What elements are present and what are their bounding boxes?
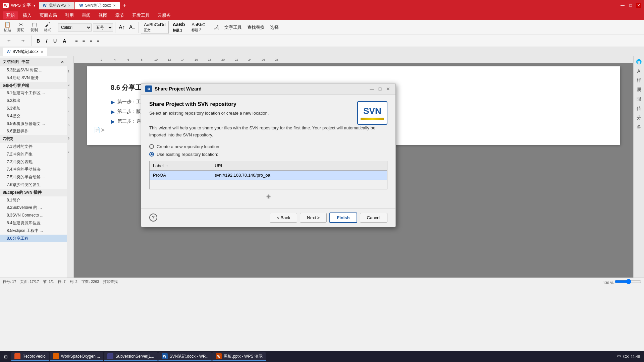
- menu-insert[interactable]: 插入: [19, 11, 35, 19]
- find-replace-button[interactable]: 查找替换: [245, 24, 267, 31]
- taskbar-item-workspace[interactable]: WorkSpaceOxygen ...: [50, 352, 104, 361]
- sidebar-item-7-4[interactable]: 7.4冲突的手动解决: [0, 166, 67, 173]
- cancel-button[interactable]: Cancel: [360, 213, 387, 223]
- tab-svnnotes[interactable]: W SVN笔记.docx ✕: [75, 2, 120, 9]
- maximize-button[interactable]: □: [628, 3, 633, 8]
- sidebar-item-7-1[interactable]: 7.1过时的文件: [0, 143, 67, 150]
- sidebar-item-7-5[interactable]: 7.5冲突的半自动解 ...: [0, 173, 67, 181]
- strikethrough-button[interactable]: A: [61, 38, 68, 44]
- rs-btn-5[interactable]: 传: [634, 105, 644, 113]
- new-tab-button[interactable]: +: [120, 2, 129, 8]
- justify-button[interactable]: ≡: [96, 38, 101, 44]
- menu-dev-tools[interactable]: 开发工具: [129, 11, 153, 19]
- align-left-button[interactable]: ≡: [74, 38, 79, 44]
- taskbar-item-pptx[interactable]: W 黑板.pptx - WPS 演示: [212, 352, 266, 361]
- taskbar-input[interactable]: CS: [623, 354, 629, 359]
- zoom-slider[interactable]: [614, 279, 641, 284]
- italic-button[interactable]: I: [44, 38, 49, 44]
- doc-tab-close[interactable]: ✕: [41, 50, 43, 54]
- taskbar-item-svnnotes[interactable]: W SVN笔记.docx - WP...: [158, 352, 212, 361]
- sidebar-item-7-6[interactable]: 7.6减少冲突的发生: [0, 181, 67, 189]
- radio-new-repo[interactable]: Create a new repository location: [149, 144, 387, 149]
- back-button[interactable]: < Back: [270, 213, 297, 223]
- table-row-empty[interactable]: [150, 180, 387, 189]
- paste-button[interactable]: 📋 粘贴: [1, 21, 13, 33]
- col-url-header[interactable]: URL: [211, 161, 387, 170]
- rs-btn-7[interactable]: 备: [634, 123, 644, 131]
- doc-tab-active[interactable]: W SVN笔记.docx ✕: [3, 48, 47, 56]
- rs-btn-2[interactable]: A: [634, 67, 644, 75]
- sidebar-item-8-5[interactable]: 8.5Eclipse 工程中 ...: [0, 227, 67, 235]
- rs-btn-3[interactable]: 属: [634, 86, 644, 94]
- taskbar-item-recordvedio[interactable]: RecordVedio: [11, 352, 49, 361]
- sidebar-item-7[interactable]: 7冲突: [0, 135, 67, 143]
- close-button[interactable]: ✕: [636, 3, 641, 8]
- redo-button[interactable]: ↪: [17, 38, 29, 44]
- bold-button[interactable]: B: [35, 38, 42, 44]
- sidebar-item-8[interactable]: 8Eclipse的 SVN 插件: [0, 189, 67, 196]
- minimize-button[interactable]: —: [620, 3, 625, 8]
- table-row-proa[interactable]: ProOA svn://192.168.70.140/pro_oa: [150, 170, 387, 180]
- sidebar-item-6-3[interactable]: 6.3添加: [0, 105, 67, 112]
- sidebar-item-7-3[interactable]: 7.3冲突的表现: [0, 158, 67, 166]
- menu-reference[interactable]: 引用: [62, 11, 77, 19]
- format-button[interactable]: 🖌 格式: [42, 21, 54, 33]
- sidebar-item-8-4[interactable]: 8.4创建资源库位置: [0, 219, 67, 227]
- menu-page-layout[interactable]: 页面布局: [36, 11, 60, 19]
- taskbar-item-svnserver[interactable]: SubversionServer[1...: [104, 352, 157, 361]
- sidebar-item-6[interactable]: 6命令行客户端: [0, 82, 67, 89]
- new-style-button[interactable]: 𝓐: [212, 23, 221, 32]
- menu-view[interactable]: 视图: [95, 11, 111, 19]
- next-button[interactable]: Next >: [300, 213, 327, 223]
- style-normal[interactable]: AaBbCcDd正文: [141, 21, 168, 34]
- font-size-decrease[interactable]: A↓: [128, 24, 137, 31]
- tab-svnnotes-close[interactable]: ✕: [113, 4, 116, 7]
- align-center-button[interactable]: ≡: [81, 38, 87, 44]
- sidebar-item-6-4[interactable]: 6.4提交: [0, 112, 67, 120]
- sidebar-item-5-3[interactable]: 5.3配置SVN 对应 ...: [0, 66, 67, 74]
- rs-btn-6[interactable]: 分: [634, 114, 644, 122]
- bookmark-tab[interactable]: 书签: [21, 59, 30, 65]
- dialog-minimize-button[interactable]: —: [369, 85, 375, 92]
- cut-button[interactable]: ✂ 剪切: [15, 21, 27, 33]
- copy-button[interactable]: ⬚ 复制: [28, 21, 40, 33]
- text-tool-button[interactable]: 文字工具: [222, 24, 244, 31]
- style-h1[interactable]: AaBb标题 1: [170, 21, 188, 34]
- style-h2[interactable]: AaBbC标题 2: [189, 21, 208, 34]
- menu-chapter[interactable]: 章节: [112, 11, 127, 19]
- sidebar-close[interactable]: ✕: [61, 60, 64, 64]
- select-button[interactable]: 选择: [268, 24, 281, 31]
- help-button[interactable]: ?: [149, 214, 157, 222]
- menu-review[interactable]: 审阅: [78, 11, 94, 19]
- dialog-maximize-button[interactable]: □: [377, 85, 383, 92]
- tab-mywps-close[interactable]: ✕: [68, 4, 70, 7]
- rs-btn-4[interactable]: 限: [634, 95, 644, 103]
- tab-my-wps[interactable]: W 我的WPS ✕: [39, 2, 75, 9]
- dialog-close-button[interactable]: ✕: [385, 85, 391, 92]
- align-right-button[interactable]: ≡: [88, 38, 94, 44]
- sidebar-item-5-4[interactable]: 5.4启动 SVN 服务: [0, 74, 67, 82]
- rs-btn-1[interactable]: 🌐: [634, 58, 644, 66]
- sidebar-item-6-2[interactable]: 6.2检出: [0, 97, 67, 105]
- radio-existing-repo[interactable]: Use existing repository location:: [149, 152, 387, 157]
- title-dropdown-icon[interactable]: ▼: [33, 4, 36, 7]
- menu-start[interactable]: 开始: [3, 11, 18, 19]
- taskbar-lang[interactable]: 中: [617, 354, 621, 360]
- underline-button[interactable]: U: [51, 38, 59, 44]
- sidebar-item-6-1[interactable]: 6.1创建两个工作区 ...: [0, 89, 67, 97]
- outline-tab[interactable]: 文结构图: [3, 59, 19, 65]
- sidebar-item-7-2[interactable]: 7.2冲突的产生: [0, 150, 67, 158]
- font-size-increase[interactable]: A↑: [117, 24, 126, 31]
- sidebar-item-8-2[interactable]: 8.2Subversive 的 ...: [0, 204, 67, 212]
- font-name-select[interactable]: Calibri: [58, 23, 92, 32]
- sidebar-item-6-5[interactable]: 6.5查看服务器端文 ...: [0, 120, 67, 128]
- menu-cloud[interactable]: 云服务: [154, 11, 174, 19]
- col-label-header[interactable]: Label ↑: [150, 161, 211, 170]
- finish-button[interactable]: Finish: [329, 213, 357, 223]
- rs-btn-style[interactable]: 样: [634, 76, 644, 84]
- undo-button[interactable]: ↩: [3, 38, 15, 44]
- sidebar-item-8-6[interactable]: 8.6分享工程: [0, 235, 67, 242]
- sidebar-item-8-1[interactable]: 8.1简介: [0, 196, 67, 204]
- font-size-select[interactable]: 五号: [93, 23, 113, 32]
- sidebar-item-6-6[interactable]: 6.6更新操作: [0, 127, 67, 135]
